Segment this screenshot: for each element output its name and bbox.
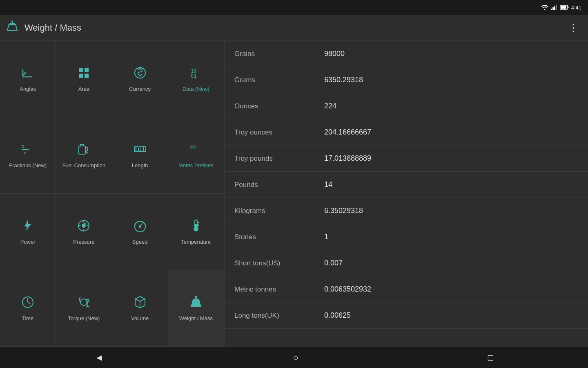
back-button[interactable]: ◄ [78,349,120,366]
volume-icon [133,295,147,312]
long-tons-value: 0.00625 [324,311,351,320]
svg-point-38 [82,224,85,227]
data-icon: 10 01 [189,65,203,83]
result-row-pounds: Pounds 14 [225,172,588,198]
ounces-label: Ounces [234,102,324,110]
main-content: Angles Area [0,41,588,347]
troy-ounces-label: Troy ounces [234,128,324,137]
fractions-icon: x y [20,142,35,159]
svg-rect-13 [85,68,89,72]
length-icon [133,142,147,159]
svg-rect-14 [79,74,83,78]
torque-label: Torque (New) [68,315,100,322]
volume-label: Volume [131,315,149,322]
sidebar-item-temperature[interactable]: Temperature [168,194,224,270]
results-panel: Grains 98000 Grams 6350.29318 Ounces 224… [225,41,588,347]
status-time: 4:41 [571,4,581,11]
svg-rect-3 [556,4,557,10]
time-label: Time [22,315,33,322]
pounds-label: Pounds [234,181,324,189]
temperature-label: Temperature [181,239,211,245]
ounces-value: 224 [324,102,336,110]
speed-label: Speed [132,239,148,245]
app-bar: Weight / Mass ⋮ [0,15,588,41]
grains-label: Grains [234,50,324,58]
short-tons-label: Short tons(US) [234,259,324,267]
stones-label: Stones [234,233,324,241]
sidebar-item-volume[interactable]: Volume [112,270,168,347]
data-label: Data (New) [183,86,209,92]
result-row-kilograms: Kilograms 6.35029318 [225,198,588,224]
sidebar-item-currency[interactable]: Currency [112,41,168,117]
temperature-icon [189,218,203,236]
svg-rect-28 [85,148,88,151]
status-bar: 4:41 [0,0,588,15]
long-tons-label: Long tons(UK) [234,312,324,320]
weight-label: Weight / Mass [179,315,213,322]
battery-icon [560,5,569,10]
svg-line-46 [140,223,143,227]
metric-icon: pre- [189,142,203,159]
result-row-metric-tonnes: Metric tonnes 0.0063502932 [225,276,588,303]
metric-tonnes-label: Metric tonnes [234,285,324,294]
sidebar-item-angles[interactable]: Angles [0,41,56,117]
svg-rect-15 [85,74,89,78]
result-row-grams: Grams 6350.29318 [225,67,588,93]
sidebar-item-area[interactable]: Area [56,41,112,117]
stones-value: 1 [324,233,328,241]
menu-button[interactable]: ⋮ [565,19,581,37]
svg-point-56 [80,299,87,305]
torque-icon [76,295,91,312]
svg-point-9 [11,20,13,22]
length-label: Length [132,162,148,169]
svg-rect-5 [560,6,566,9]
svg-text:x: x [22,143,24,149]
app-title: Weight / Mass [24,22,565,33]
sidebar-item-speed[interactable]: Speed [112,194,168,270]
home-button[interactable]: ○ [277,349,315,366]
svg-text:y: y [24,149,27,155]
sidebar-item-fuel[interactable]: Fuel Consumption [56,117,112,194]
sidebar-item-time[interactable]: Time [0,270,56,347]
angles-label: Angles [20,86,36,92]
pressure-icon [76,218,91,236]
svg-point-63 [195,296,197,298]
fuel-icon [76,142,91,159]
svg-rect-1 [552,7,554,10]
svg-rect-49 [195,224,197,229]
kilograms-value: 6.35029318 [324,206,363,215]
svg-point-7 [9,23,16,25]
status-icons: 4:41 [541,4,581,11]
svg-rect-24 [79,146,85,154]
sidebar-item-metric[interactable]: pre- Metric Prefixes [168,117,224,194]
short-tons-value: 0.007 [324,259,343,267]
area-icon [76,65,91,83]
result-row-troy-pounds: Troy pounds 17.013888889 [225,146,588,172]
app-icon [7,20,18,35]
troy-ounces-value: 204.16666667 [324,128,371,137]
svg-marker-36 [24,220,31,231]
result-row-stones: Stones 1 [225,224,588,250]
currency-label: Currency [129,86,151,92]
svg-text:pre-: pre- [189,144,198,150]
power-icon [20,218,35,236]
sidebar-item-power[interactable]: Power [0,194,56,270]
sidebar-item-pressure[interactable]: Pressure [56,194,112,270]
wifi-icon [541,4,548,10]
sidebar-item-torque[interactable]: Torque (New) [56,270,112,347]
grams-value: 6350.29318 [324,76,363,84]
category-sidebar: Angles Area [0,41,225,347]
grains-value: 98000 [324,49,345,58]
sidebar-item-data[interactable]: 10 01 Data (New) [168,41,224,117]
svg-rect-2 [554,6,555,10]
signal-icon [551,4,557,10]
metric-tonnes-value: 0.0063502932 [324,285,371,294]
weight-icon [189,295,203,312]
troy-pounds-label: Troy pounds [234,155,324,163]
svg-text:01: 01 [191,73,196,79]
sidebar-item-fractions[interactable]: x y Fractions (New) [0,117,56,194]
sidebar-item-length[interactable]: Length [112,117,168,194]
sidebar-item-weight[interactable]: Weight / Mass [168,270,224,347]
grams-label: Grams [234,76,324,84]
recent-button[interactable]: □ [472,349,510,366]
